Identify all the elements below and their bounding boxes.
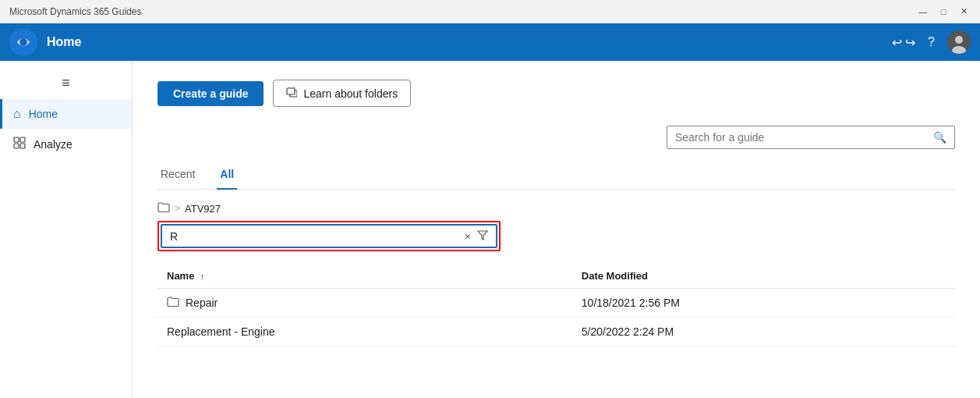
- sidebar: ≡ ⌂ Home Analyze: [0, 61, 133, 398]
- create-guide-button[interactable]: Create a guide: [157, 81, 264, 106]
- sort-ascending-icon: ↑: [200, 272, 205, 281]
- filter-actions: ×: [465, 229, 488, 243]
- filter-input[interactable]: [170, 230, 465, 243]
- filter-highlight-wrapper: ×: [157, 221, 501, 251]
- sidebar-item-home[interactable]: ⌂ Home: [0, 99, 132, 129]
- top-navigation-bar: Home ↩ ↪ ?: [0, 23, 980, 61]
- app-title-text: Microsoft Dynamics 365 Guides: [9, 6, 916, 17]
- search-icon: 🔍: [933, 131, 946, 144]
- column-header-date-modified[interactable]: Date Modified: [572, 264, 955, 289]
- page-title: Home: [47, 35, 892, 49]
- svg-point-3: [955, 36, 963, 44]
- analyze-icon: [13, 137, 26, 152]
- svg-rect-8: [20, 144, 25, 148]
- help-button[interactable]: ?: [928, 35, 935, 49]
- tab-recent[interactable]: Recent: [157, 162, 198, 190]
- sidebar-menu-button[interactable]: ≡: [0, 67, 132, 99]
- search-container: 🔍: [667, 126, 955, 149]
- app-body: ≡ ⌂ Home Analyze Create a guide: [0, 61, 980, 398]
- learn-folders-label: Learn about folders: [303, 87, 398, 100]
- filter-options-button[interactable]: [477, 229, 488, 243]
- clear-filter-button[interactable]: ×: [465, 230, 471, 243]
- svg-marker-10: [478, 231, 487, 240]
- sidebar-item-analyze[interactable]: Analyze: [0, 129, 132, 160]
- tab-all[interactable]: All: [217, 162, 237, 190]
- dynamics-logo: [9, 28, 37, 56]
- sidebar-item-home-label: Home: [29, 108, 58, 120]
- maximize-button[interactable]: □: [936, 5, 950, 19]
- table-cell-date-0: 10/18/2021 2:56 PM: [572, 289, 955, 318]
- svg-rect-6: [20, 137, 25, 142]
- avatar[interactable]: [947, 30, 971, 54]
- action-bar: Create a guide Learn about folders: [157, 80, 955, 107]
- table-cell-name-1: Replacement - Engine: [157, 318, 572, 346]
- svg-rect-5: [14, 137, 19, 142]
- table-header-row: Name ↑ Date Modified: [157, 264, 955, 289]
- svg-rect-7: [14, 144, 19, 148]
- minimize-button[interactable]: —: [916, 5, 930, 19]
- svg-rect-9: [287, 88, 295, 94]
- learn-folders-icon: [286, 87, 297, 100]
- top-actions: ↩ ↪ ?: [892, 30, 971, 54]
- breadcrumb-separator: >: [175, 203, 180, 214]
- table-row[interactable]: Repair 10/18/2021 2:56 PM: [157, 289, 955, 318]
- breadcrumb: > ATV927: [157, 202, 955, 215]
- table-cell-name: Repair: [157, 289, 572, 318]
- tabs-bar: Recent All: [157, 162, 955, 190]
- table-row[interactable]: Replacement - Engine 5/20/2022 2:24 PM: [157, 318, 955, 346]
- row-folder-icon: [167, 297, 179, 309]
- undo-button[interactable]: ↩: [892, 35, 902, 50]
- column-header-name[interactable]: Name ↑: [157, 264, 572, 289]
- undo-redo-group: ↩ ↪: [892, 35, 915, 50]
- search-area: 🔍: [157, 126, 955, 149]
- home-icon: ⌂: [13, 107, 21, 121]
- learn-folders-button[interactable]: Learn about folders: [273, 80, 411, 107]
- data-table: Name ↑ Date Modified: [157, 264, 955, 346]
- filter-input-container: ×: [161, 224, 497, 248]
- main-content: Create a guide Learn about folders 🔍: [133, 61, 980, 398]
- folder-icon: [157, 202, 170, 215]
- svg-point-1: [19, 38, 27, 46]
- breadcrumb-folder-name: ATV927: [185, 203, 221, 215]
- search-input[interactable]: [675, 131, 933, 144]
- table-cell-date-1: 5/20/2022 2:24 PM: [572, 318, 955, 346]
- redo-button[interactable]: ↪: [905, 35, 915, 50]
- title-bar: Microsoft Dynamics 365 Guides — □ ✕: [0, 0, 980, 23]
- sidebar-item-analyze-label: Analyze: [34, 138, 73, 151]
- close-button[interactable]: ✕: [957, 5, 971, 19]
- window-controls: — □ ✕: [916, 5, 971, 19]
